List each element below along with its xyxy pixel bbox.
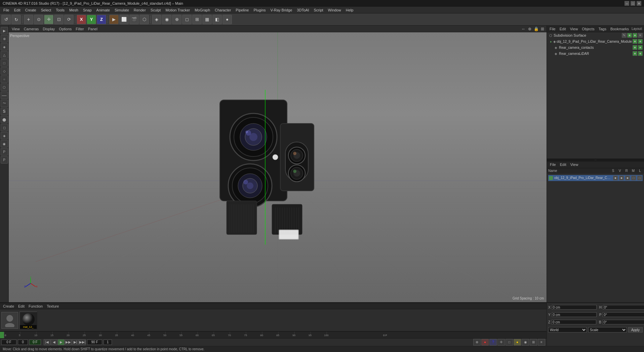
minimize-button[interactable]: – xyxy=(625,1,629,6)
bt-icon-4[interactable]: ✛ xyxy=(497,339,505,346)
object-item-main[interactable]: ▸ ◈ obj_12_9_iPad_Pro_LiDar_Rear_Camera_… xyxy=(547,38,644,44)
tool-dollar[interactable]: S xyxy=(1,108,8,115)
vp-icon-camera[interactable]: ⊕ xyxy=(527,26,532,32)
vp-menu-filter[interactable]: Filter xyxy=(74,27,85,31)
bm-bookmarks[interactable]: Bookmarks xyxy=(609,27,630,31)
menu-motion-tracker[interactable]: Motion Tracker xyxy=(163,7,192,13)
mat-thumbnail-1[interactable]: mat_12_ xyxy=(19,312,37,329)
menu-animate[interactable]: Animate xyxy=(94,7,112,13)
display-mode-5[interactable]: ⊞ xyxy=(192,15,202,24)
render-button[interactable]: ▶ xyxy=(109,15,119,24)
world-select[interactable]: World Object xyxy=(548,327,587,332)
goto-start-button[interactable]: |◀ xyxy=(44,339,50,345)
maximize-button[interactable]: □ xyxy=(631,1,635,6)
menu-window[interactable]: Window xyxy=(326,7,343,13)
menu-character[interactable]: Character xyxy=(213,7,233,13)
bm-tags[interactable]: Tags xyxy=(597,27,608,31)
next-frame-button[interactable]: ▶| xyxy=(72,339,79,345)
obj-vis-btn[interactable]: ■ xyxy=(627,33,632,38)
menu-3dtoai[interactable]: 3DToAI xyxy=(295,7,311,13)
y-pos-input[interactable] xyxy=(552,312,597,317)
rotate-tool-button[interactable]: ⟳ xyxy=(64,15,74,24)
menu-script[interactable]: Script xyxy=(312,7,325,13)
tool-python[interactable]: P xyxy=(1,148,8,155)
menu-snap[interactable]: Snap xyxy=(81,7,94,13)
obj-rnd-dot-2[interactable]: ■ xyxy=(638,51,643,56)
vp-menu-cameras[interactable]: Cameras xyxy=(22,27,41,31)
menu-create[interactable]: Create xyxy=(23,7,38,13)
tool-move[interactable]: ▶ xyxy=(1,27,8,34)
mat-s-btn[interactable]: ■ xyxy=(613,176,618,180)
menu-mesh[interactable]: Mesh xyxy=(67,7,80,13)
obj-vis-dot[interactable]: ■ xyxy=(633,39,637,44)
obj-rnd-dot[interactable]: ■ xyxy=(638,39,643,44)
move-tool-button[interactable]: ✛ xyxy=(44,15,53,24)
bm-file[interactable]: File xyxy=(548,27,557,31)
obj-vis-dot-1[interactable]: ■ xyxy=(633,45,637,50)
menu-sculpt[interactable]: Sculpt xyxy=(149,7,163,13)
obj-render-btn[interactable]: ■ xyxy=(633,33,637,38)
display-mode-8[interactable]: ● xyxy=(223,15,232,24)
bm-edit[interactable]: Edit xyxy=(558,27,567,31)
menu-pipeline[interactable]: Pipeline xyxy=(234,7,251,13)
tool-curve[interactable]: 〜 xyxy=(1,100,8,107)
mat-v-btn[interactable]: ■ xyxy=(619,176,624,180)
tool-line[interactable]: — xyxy=(1,92,8,99)
display-mode-1[interactable]: ◈ xyxy=(152,15,161,24)
bt-icon-2[interactable]: ● xyxy=(481,339,489,346)
timeline-ruler[interactable]: 0 5 10 15 20 25 30 35 40 45 50 xyxy=(0,331,547,338)
object-item-subdivision[interactable]: ⬡ Subdivision Surface ✎ ■ ■ ✕ xyxy=(547,32,644,38)
mat-l-btn[interactable]: □ xyxy=(637,176,642,180)
tool-spline[interactable]: △ xyxy=(1,51,8,59)
object-item-contacts[interactable]: ◈ Rear_camera_contacts ■ ■ xyxy=(547,44,644,50)
mat-function-btn[interactable]: Function xyxy=(27,304,44,309)
scale-tool-button[interactable]: ⊡ xyxy=(54,15,64,24)
tool-hex[interactable]: ⬡ xyxy=(1,83,8,91)
display-mode-6[interactable]: ▦ xyxy=(202,15,212,24)
z-mode-button[interactable]: Z xyxy=(97,15,106,24)
close-button[interactable]: ✕ xyxy=(637,1,641,6)
current-frame-input[interactable] xyxy=(1,340,16,345)
b-rot-input[interactable] xyxy=(603,320,644,324)
y-mode-button[interactable]: Y xyxy=(87,15,96,24)
tool-sculpt2[interactable]: ◉ xyxy=(1,140,8,147)
frame-display[interactable] xyxy=(29,340,41,345)
menu-help[interactable]: Help xyxy=(344,7,356,13)
vp-icon-expand[interactable]: ⊞ xyxy=(540,26,545,32)
prev-frame-button[interactable]: ◀ xyxy=(51,339,57,345)
render-region-button[interactable]: ⬜ xyxy=(119,15,129,24)
scale-select[interactable]: Scale Size xyxy=(588,327,627,332)
x-mode-button[interactable]: X xyxy=(77,15,86,24)
menu-simulate[interactable]: Simulate xyxy=(113,7,131,13)
redo-button[interactable]: ↺ xyxy=(11,15,21,24)
mm-edit[interactable]: Edit xyxy=(558,162,568,167)
menu-render[interactable]: Render xyxy=(132,7,148,13)
h-rot-input[interactable] xyxy=(603,305,644,310)
menu-select[interactable]: Select xyxy=(39,7,53,13)
bt-icon-6[interactable]: ● xyxy=(514,339,521,346)
play-button[interactable]: ▶ xyxy=(58,339,65,345)
goto-end-button[interactable]: ▶▶| xyxy=(79,339,86,345)
vp-icon-move[interactable]: ↔ xyxy=(521,26,526,32)
obj-vis-dot-2[interactable]: ■ xyxy=(633,51,637,56)
display-mode-4[interactable]: ◻ xyxy=(182,15,192,24)
tool-select[interactable]: ⊕ xyxy=(1,35,8,42)
user-avatar[interactable] xyxy=(1,312,18,329)
bt-icon-7[interactable]: ◉ xyxy=(522,339,529,346)
render-preview-button[interactable]: ⬡ xyxy=(139,15,149,24)
apply-button[interactable]: Apply xyxy=(628,327,643,332)
tool-sphere[interactable]: ○ xyxy=(1,75,8,83)
vp-icon-lock[interactable]: 🔒 xyxy=(533,26,539,32)
tool-fill[interactable]: ⬤ xyxy=(1,116,8,123)
tool-polygon[interactable]: ◈ xyxy=(1,43,8,50)
menu-edit[interactable]: Edit xyxy=(12,7,23,13)
mat-r-btn[interactable]: ■ xyxy=(625,176,630,180)
z-pos-input[interactable] xyxy=(552,320,596,324)
bt-icon-8[interactable]: ⊞ xyxy=(530,339,537,346)
tool-deform[interactable]: ◻ xyxy=(1,124,8,131)
bm-view[interactable]: View xyxy=(569,27,579,31)
menu-file[interactable]: File xyxy=(1,7,11,13)
obj-rnd-dot-1[interactable]: ■ xyxy=(638,45,643,50)
obj-edit-btn[interactable]: ✎ xyxy=(622,33,627,38)
x-pos-input[interactable] xyxy=(552,305,597,310)
